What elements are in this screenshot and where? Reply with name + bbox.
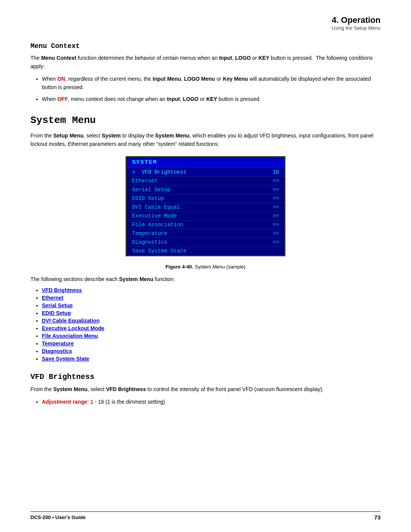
following-text: The following sections describe each Sys…	[30, 275, 381, 283]
link-save[interactable]: Save System State	[42, 356, 89, 362]
vfd-brightness-intro: From the System Menu, select VFD Brightn…	[30, 385, 381, 393]
link-fileassoc[interactable]: File Association Menu	[42, 333, 98, 339]
footer-page-number: 73	[374, 514, 381, 521]
link-item-edid: EDID Setup	[42, 310, 381, 316]
menu-row-fileassoc: File Association >>	[127, 220, 284, 229]
system-menu-links: VFD Brightness Ethernet Serial Setup EDI…	[42, 287, 381, 362]
link-item-fileassoc: File Association Menu	[42, 333, 381, 339]
system-menu-heading: System Menu	[30, 115, 381, 126]
page-subtitle: Using the Setup Menu	[30, 25, 381, 31]
link-item-diag: Diagnostics	[42, 348, 381, 354]
page-footer: DCS-200 • User's Guide 73	[30, 511, 381, 521]
menu-row-temperature: Temperature >>	[127, 229, 284, 238]
link-item-dvi: DVI Cable Equalization	[42, 318, 381, 324]
menu-row-executive: Executive Mode >>	[127, 211, 284, 220]
menu-row-dvi: DVI Cable Equal >>	[127, 203, 284, 211]
menu-row-ethernet: Ethernet >>	[127, 176, 284, 185]
system-menu-intro: From the Setup Menu, select System to di…	[30, 131, 381, 149]
vfd-adjustment-list: Adjustment range: 1 - 16 (1 is the dimme…	[42, 398, 381, 406]
link-item-temp: Temperature	[42, 340, 381, 347]
vfd-brightness-heading: VFD Brightness	[30, 372, 381, 381]
menu-row-vfd: > VFD Brightness 10	[127, 168, 284, 176]
system-menu-display: SYSTEM > VFD Brightness 10 Ethernet >> S…	[126, 156, 285, 256]
adjustment-range-item: Adjustment range: 1 - 16 (1 is the dimme…	[42, 398, 381, 406]
menu-row-edid: EDID Setup >>	[127, 194, 284, 203]
menu-context-heading: Menu Context	[30, 42, 381, 50]
menu-row-serial: Serial Setup >>	[127, 185, 284, 194]
page-title: 4. Operation	[30, 15, 381, 25]
bullet-on: When ON, regardless of the current menu,…	[42, 75, 381, 92]
system-menu-title: SYSTEM	[127, 157, 284, 168]
link-diag[interactable]: Diagnostics	[42, 348, 72, 354]
link-item-executive: Executive Lockout Mode	[42, 325, 381, 331]
link-dvi[interactable]: DVI Cable Equalization	[42, 318, 100, 324]
link-edid[interactable]: EDID Setup	[42, 310, 71, 316]
menu-row-save: Save System State	[127, 246, 284, 255]
link-vfd[interactable]: VFD Brightness	[42, 287, 82, 293]
menu-context-bullets: When ON, regardless of the current menu,…	[42, 75, 381, 103]
link-ethernet[interactable]: Ethernet	[42, 295, 64, 301]
page-header: 4. Operation Using the Setup Menu	[30, 15, 381, 31]
link-item-serial: Serial Setup	[42, 302, 381, 308]
bullet-off: When OFF, menu context does not change w…	[42, 95, 381, 103]
link-item-vfd: VFD Brightness	[42, 287, 381, 293]
link-executive[interactable]: Executive Lockout Mode	[42, 325, 104, 331]
page-container: 4. Operation Using the Setup Menu Menu C…	[0, 0, 411, 532]
menu-context-intro: The Menu Context function determines the…	[30, 54, 381, 71]
menu-row-diagnostics: Diagnostics >>	[127, 238, 284, 246]
footer-left: DCS-200 • User's Guide	[30, 514, 86, 520]
figure-caption: Figure 4-40. System Menu (sample)	[30, 264, 381, 270]
link-item-save: Save System State	[42, 356, 381, 362]
link-serial[interactable]: Serial Setup	[42, 302, 73, 308]
link-item-ethernet: Ethernet	[42, 295, 381, 301]
link-temp[interactable]: Temperature	[42, 340, 74, 347]
